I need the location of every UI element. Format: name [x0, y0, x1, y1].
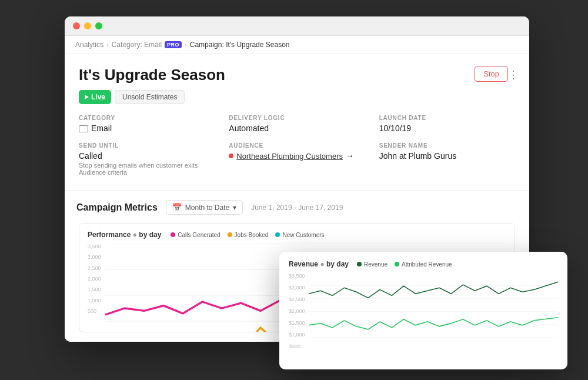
- traffic-light-minimize[interactable]: [84, 22, 91, 29]
- meta-sender: SENDER NAME John at Plumb Gurus: [379, 142, 515, 176]
- meta-category: CATEGORY Email: [79, 115, 215, 133]
- category-value: Email: [79, 124, 215, 133]
- audience-link[interactable]: Northeast Plumbing Customers: [236, 152, 343, 161]
- date-picker[interactable]: 📅 Month to Date ▾: [166, 200, 243, 215]
- traffic-light-maximize[interactable]: [95, 22, 102, 29]
- jobs-booked-dot: [228, 232, 232, 237]
- revenue-y-labels: $3,500 $3,000 $2,500 $2,000 $1,500 $1,00…: [289, 273, 308, 349]
- launch-value: 10/10/19: [379, 124, 515, 133]
- tab-live[interactable]: Live: [79, 90, 111, 104]
- breadcrumb-analytics[interactable]: Analytics: [75, 41, 103, 49]
- browser-titlebar: [65, 16, 529, 36]
- revenue-chart-header: Revenue ● by day Revenue Attributed Reve…: [289, 260, 558, 268]
- delivery-label: DELIVERY LOGIC: [229, 115, 365, 121]
- tab-unsold-estimates[interactable]: Unsold Estimates: [115, 90, 185, 104]
- launch-label: LAUNCH DATE: [379, 115, 515, 121]
- send-until-value: Called: [79, 151, 215, 161]
- more-options-button[interactable]: ⋮: [505, 66, 522, 84]
- pro-badge: PRO: [165, 41, 182, 48]
- category-label: CATEGORY: [79, 115, 215, 121]
- audience-value: Northeast Plumbing Customers →: [229, 151, 365, 161]
- email-icon: [79, 125, 88, 132]
- play-icon: [85, 95, 89, 99]
- meta-audience: AUDIENCE Northeast Plumbing Customers →: [229, 142, 365, 176]
- revenue-line-chart: [309, 273, 558, 350]
- metrics-header: Campaign Metrics 📅 Month to Date ▾ June …: [76, 200, 517, 215]
- campaign-card: Stop ⋮ It's Upgrade Season Live Unsold E…: [65, 54, 529, 191]
- date-range-text: June 1, 2019 - June 17, 2019: [251, 204, 343, 212]
- audience-status-dot: [229, 154, 233, 158]
- campaign-meta-grid: CATEGORY Email DELIVERY LOGIC Automated …: [79, 115, 515, 176]
- meta-send-until: SEND UNTIL Called Stop sending emails wh…: [79, 142, 215, 176]
- new-customers-dot: [275, 232, 280, 237]
- breadcrumb-category[interactable]: Category: Email: [112, 41, 162, 49]
- performance-y-labels: 3,500 3,000 2,500 2,000 1,500 1,000 500: [88, 244, 104, 314]
- revenue-panel: Revenue ● by day Revenue Attributed Reve…: [279, 252, 567, 369]
- breadcrumb: Analytics › Category: Email PRO › Campai…: [65, 36, 529, 54]
- attributed-revenue-dot: [395, 262, 399, 266]
- revenue-chart-title: Revenue ● by day: [289, 260, 349, 268]
- traffic-light-close[interactable]: [73, 22, 80, 29]
- meta-delivery: DELIVERY LOGIC Automated: [229, 115, 365, 133]
- legend-attributed-revenue: Attributed Revenue: [395, 261, 452, 268]
- revenue-chart-area: $3,500 $3,000 $2,500 $2,000 $1,500 $1,00…: [289, 273, 558, 361]
- legend-new-customers: New Customers: [275, 232, 324, 238]
- campaign-tabs: Live Unsold Estimates: [79, 90, 515, 104]
- metrics-title: Campaign Metrics: [76, 202, 158, 213]
- calendar-icon: 📅: [172, 203, 182, 212]
- revenue-legend: Revenue Attributed Revenue: [357, 261, 452, 268]
- calls-generated-dot: [171, 232, 175, 237]
- sender-value: John at Plumb Gurus: [379, 151, 515, 161]
- performance-chart-header: Performance ● by day Calls Generated Job…: [88, 231, 506, 239]
- chevron-down-icon: ▾: [233, 204, 236, 212]
- breadcrumb-current: Campaign: It's Upgrade Season: [190, 41, 290, 49]
- audience-label: AUDIENCE: [229, 142, 365, 149]
- breadcrumb-arrow-1: ›: [106, 41, 109, 48]
- send-until-label: SEND UNTIL: [79, 142, 215, 149]
- legend-jobs-booked: Jobs Booked: [228, 232, 269, 238]
- legend-revenue: Revenue: [357, 261, 387, 268]
- meta-launch: LAUNCH DATE 10/10/19: [379, 115, 515, 133]
- breadcrumb-arrow-2: ›: [185, 41, 187, 48]
- send-until-sub: Stop sending emails when customer exits …: [79, 162, 215, 176]
- performance-chart-title: Performance ● by day: [88, 231, 161, 239]
- delivery-value: Automated: [229, 124, 365, 133]
- sender-label: SENDER NAME: [379, 142, 515, 149]
- campaign-title: It's Upgrade Season: [79, 66, 515, 84]
- revenue-dot: [357, 262, 362, 266]
- stop-button[interactable]: Stop: [475, 66, 508, 82]
- legend-calls-generated: Calls Generated: [171, 232, 220, 238]
- performance-legend: Calls Generated Jobs Booked New Customer…: [171, 232, 324, 238]
